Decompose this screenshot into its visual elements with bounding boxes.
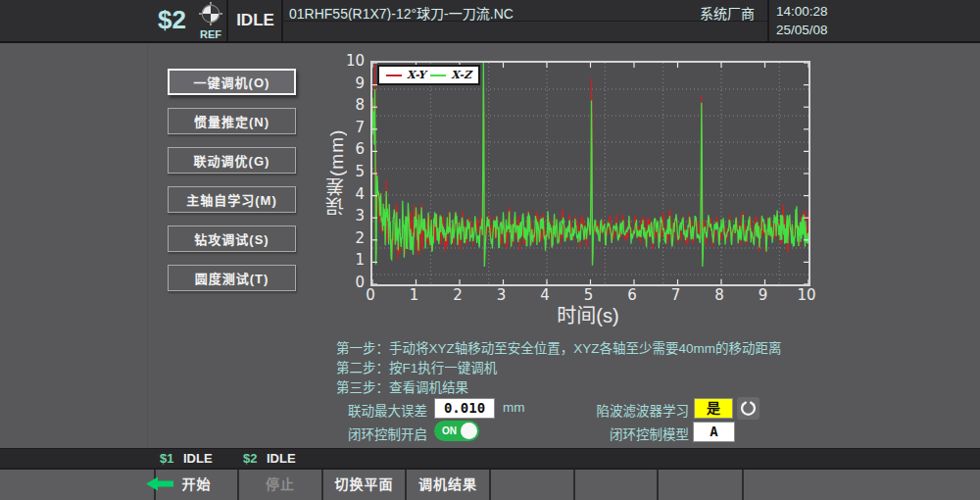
cnc-tuning-screen: $2 REF IDLE 01RHF55(R1X7)-12°球刀-一刀流.NC 系… [0, 0, 980, 500]
toggle-state-text: ON [442, 425, 457, 436]
sidebar-button-drill-tap-debug[interactable]: 钻攻调试(S) [168, 225, 296, 252]
instruction-step-2: 第二步：按F1执行一键调机 [336, 359, 782, 378]
divider [147, 43, 148, 448]
softkey-empty-4 [742, 470, 980, 500]
x-tick-label: 6 [620, 286, 644, 304]
notch-filter-select[interactable]: 是 [694, 398, 733, 419]
divider [226, 0, 228, 41]
chart-legend: X-Y X-Z [377, 65, 480, 85]
max-error-input[interactable]: 0.010 [434, 398, 495, 419]
legend-swatch-xy [386, 75, 402, 76]
y-tick-label: 3 [337, 207, 365, 225]
x-tick-label: 3 [490, 286, 514, 304]
y-tick-label: 10 [337, 52, 365, 70]
softkey-tuning-result[interactable]: 调机结果 [405, 470, 489, 500]
max-error-unit: mm [503, 400, 525, 415]
legend-label-xy: X-Y [407, 69, 425, 81]
softkey-back-slot[interactable] [0, 470, 154, 500]
sidebar-button-linkage-tuning[interactable]: 联动调优(G) [168, 147, 296, 174]
channel-1-id: $1 [160, 451, 173, 466]
ref-crosshair-icon [199, 2, 222, 25]
y-tick-label: 9 [337, 75, 365, 92]
y-tick-label: 2 [337, 229, 365, 247]
main-area: 一键调机(O) 惯量推定(N) 联动调优(G) 主轴自学习(M) 钻攻调试(S)… [0, 43, 980, 448]
program-name: 01RHF55(R1X7)-12°球刀-一刀流.NC [289, 3, 514, 23]
channel-1-state: IDLE [183, 451, 213, 466]
x-tick-label: 7 [664, 286, 688, 304]
toggle-knob [461, 423, 477, 439]
machine-mode: IDLE [229, 0, 281, 41]
channel-2-state: IDLE [267, 451, 296, 466]
notch-filter-label: 陷波滤波器学习 [552, 400, 689, 420]
instruction-steps: 第一步：手动将XYZ轴移动至安全位置，XYZ各轴至少需要40mm的移动距离 第二… [336, 339, 782, 398]
softkey-empty-3 [657, 470, 742, 500]
softkey-switch-plane[interactable]: 切换平面 [321, 470, 405, 500]
title-bar: $2 REF IDLE 01RHF55(R1X7)-12°球刀-一刀流.NC 系… [0, 0, 980, 43]
sidebar-button-one-key-tuning[interactable]: 一键调机(O) [168, 69, 296, 95]
sidebar-button-spindle-self-learning[interactable]: 主轴自学习(M) [168, 186, 296, 213]
x-tick-label: 10 [795, 286, 818, 304]
series-xz-line [372, 63, 808, 267]
divider [767, 0, 769, 41]
x-tick-label: 1 [403, 286, 426, 304]
clock-date: 25/05/08 [776, 23, 828, 37]
channel-indicator: $2 [127, 5, 186, 35]
sidebar-button-roundness-test[interactable]: 圆度测试(T) [168, 265, 296, 291]
back-arrow-icon[interactable] [146, 476, 175, 491]
y-tick-label: 7 [337, 119, 365, 136]
vendor-label: 系统厂商 [588, 3, 755, 23]
x-tick-label: 2 [446, 286, 469, 304]
plot-area: X-Y X-Z [370, 61, 810, 286]
refresh-icon [737, 397, 760, 420]
y-tick-label: 1 [337, 251, 365, 269]
channel-2-id: $2 [243, 451, 257, 466]
clock-time: 14:00:28 [776, 4, 828, 19]
y-tick-label: 4 [337, 185, 365, 203]
closed-loop-enable-label: 闭环控制开启 [348, 424, 427, 443]
x-tick-label: 9 [752, 286, 775, 304]
y-tick-label: 5 [337, 163, 365, 180]
x-tick-label: 4 [533, 286, 557, 304]
softkey-empty-2 [573, 470, 657, 500]
y-tick-label: 0 [337, 274, 365, 291]
closed-loop-model-select[interactable]: A [693, 422, 735, 442]
max-error-label: 联动最大误差 [348, 400, 427, 420]
legend-label-xz: X-Z [451, 69, 471, 81]
x-axis-label: 时间(s) [524, 300, 652, 328]
y-tick-label: 8 [337, 96, 365, 114]
x-tick-label: 8 [708, 286, 731, 304]
ref-indicator: REF [194, 2, 227, 40]
divider [281, 21, 767, 22]
instruction-step-1: 第一步：手动将XYZ轴移动至安全位置，XYZ各轴至少需要40mm的移动距离 [336, 339, 782, 359]
plot-canvas [372, 63, 808, 284]
sidebar-button-inertia-estimation[interactable]: 惯量推定(N) [168, 108, 296, 134]
x-tick-label: 5 [577, 286, 601, 304]
channel-status-bar: $1 IDLE $2 IDLE [0, 448, 980, 468]
legend-swatch-xz [430, 75, 446, 76]
closed-loop-toggle[interactable]: ON [434, 421, 479, 441]
y-tick-label: 6 [337, 140, 365, 158]
ref-label: REF [194, 29, 227, 40]
closed-loop-model-label: 闭环控制模型 [552, 424, 689, 443]
softkey-stop[interactable]: 停止 [237, 470, 321, 500]
softkey-empty-1 [489, 470, 573, 500]
refresh-button[interactable] [737, 397, 760, 420]
instruction-step-3: 第三步：查看调机结果 [336, 378, 782, 398]
